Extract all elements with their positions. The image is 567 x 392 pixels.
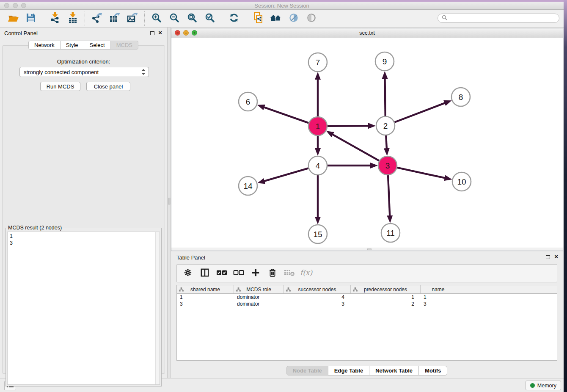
edge-1-6[interactable]: [264, 107, 309, 123]
result-scrollbar[interactable]: [155, 232, 160, 384]
mcds-result-textarea[interactable]: 13: [7, 232, 160, 385]
memory-button[interactable]: Memory: [526, 381, 561, 390]
add-button[interactable]: [248, 266, 263, 281]
tab-mcds[interactable]: MCDS: [110, 41, 138, 50]
graph-node-10[interactable]: 10: [452, 172, 471, 191]
graph-node-11[interactable]: 11: [381, 224, 400, 242]
tab-select[interactable]: Select: [84, 41, 111, 50]
home-icon: [270, 13, 282, 24]
graph-node-6[interactable]: 6: [239, 92, 257, 111]
open-session-button[interactable]: [4, 11, 22, 26]
zoom-out-icon: [169, 13, 179, 25]
tab-motifs[interactable]: Motifs: [418, 366, 447, 375]
graph-node-3[interactable]: 3: [378, 156, 397, 175]
tab-node-table[interactable]: Node Table: [286, 366, 328, 375]
control-panel-close-icon[interactable]: ×: [158, 29, 162, 36]
edge-3-11[interactable]: [388, 175, 390, 216]
run-mcds-button[interactable]: Run MCDS: [40, 82, 80, 91]
control-panel-float-icon[interactable]: [150, 31, 154, 35]
table-cell[interactable]: 3: [284, 301, 351, 307]
refresh-button[interactable]: [225, 11, 243, 26]
zoom-fit-button[interactable]: [183, 11, 201, 26]
table-panel-close-icon[interactable]: ×: [554, 253, 558, 260]
table-cell[interactable]: 1: [177, 294, 234, 301]
graph-node-15[interactable]: 15: [308, 225, 327, 243]
search-input[interactable]: [449, 15, 555, 22]
select-all-button[interactable]: [214, 266, 229, 281]
table-cell[interactable]: dominator: [234, 294, 284, 301]
deselect-all-button[interactable]: [231, 266, 246, 281]
export-image-button[interactable]: [124, 11, 141, 26]
svg-text:1: 1: [316, 122, 320, 131]
main-toolbar: [0, 10, 564, 28]
gear-button[interactable]: [180, 266, 195, 281]
edge-1-2[interactable]: [328, 126, 369, 126]
tab-network[interactable]: Network: [28, 41, 61, 50]
table-cell[interactable]: 1: [421, 294, 456, 301]
save-session-button[interactable]: [22, 11, 40, 26]
graph-node-4[interactable]: 4: [308, 156, 327, 175]
memory-label: Memory: [537, 383, 556, 389]
node-table: shared nameMCDS rolesuccessor nodesprede…: [176, 285, 557, 361]
table-panel-float-icon[interactable]: [546, 255, 550, 259]
mcds-panel: Optimization criterion: strongly connect…: [2, 45, 165, 374]
network-canvas[interactable]: 7968124314101511: [171, 38, 563, 248]
table-cell[interactable]: 2: [351, 301, 421, 307]
zoom-selected-button[interactable]: [201, 11, 219, 26]
preview-icon: [306, 13, 317, 25]
edge-2-3[interactable]: [386, 135, 387, 149]
criterion-select[interactable]: strongly connected component: [19, 67, 149, 77]
column-header-successor-nodes[interactable]: successor nodes: [284, 285, 351, 293]
network-hscrollbar-thumb[interactable]: [367, 248, 372, 250]
graph-node-14[interactable]: 14: [239, 177, 257, 195]
table-cell[interactable]: dominator: [234, 301, 284, 307]
tab-network-table[interactable]: Network Table: [369, 366, 419, 375]
close-panel-button[interactable]: Close panel: [86, 82, 130, 91]
panel-splitter[interactable]: [167, 28, 171, 378]
preview-button[interactable]: [303, 11, 320, 26]
table-row[interactable]: 1dominator411: [177, 294, 557, 301]
table-cell[interactable]: 1: [351, 294, 421, 301]
edge-2-8[interactable]: [394, 103, 445, 122]
import-table-button[interactable]: [64, 11, 82, 26]
desktop-wallpaper-right: [564, 0, 567, 392]
table-cell[interactable]: 3: [177, 301, 234, 307]
criterion-selected-value: strongly connected component: [24, 69, 99, 75]
graph-node-2[interactable]: 2: [376, 116, 395, 135]
export-table-button[interactable]: [106, 11, 124, 26]
edge-2-9[interactable]: [385, 78, 385, 116]
graph-node-8[interactable]: 8: [451, 88, 470, 106]
tab-edge-table[interactable]: Edge Table: [328, 366, 369, 375]
table-row[interactable]: 3dominator323: [177, 301, 557, 307]
network-window-title: scc.txt: [171, 30, 563, 36]
column-header-MCDS-role[interactable]: MCDS role: [234, 285, 284, 293]
table-cell[interactable]: 4: [284, 294, 351, 301]
function-builder-icon: f(x): [300, 268, 313, 279]
home-button[interactable]: [267, 11, 285, 26]
zoom-selected-icon: [205, 13, 215, 25]
hide-annotations-button[interactable]: [285, 11, 303, 26]
edge-4-14[interactable]: [264, 168, 308, 181]
deselect-all-icon: [233, 269, 244, 278]
column-header-name[interactable]: name: [421, 285, 456, 293]
tab-style[interactable]: Style: [60, 41, 84, 50]
column-header-shared-name[interactable]: shared name: [177, 285, 234, 293]
edge-3-1[interactable]: [332, 134, 379, 161]
network-hscrollbar[interactable]: [171, 248, 563, 251]
import-network-button[interactable]: [46, 11, 64, 26]
table-cell[interactable]: 3: [421, 301, 456, 307]
graph-node-7[interactable]: 7: [308, 53, 327, 72]
zoom-in-button[interactable]: [148, 11, 165, 26]
share-session-button[interactable]: [249, 11, 267, 26]
hierarchy-icon: [179, 287, 184, 293]
svg-text:f(x): f(x): [300, 268, 313, 277]
network-window-titlebar[interactable]: × − + scc.txt: [171, 28, 563, 38]
delete-button[interactable]: [265, 266, 280, 281]
edge-3-10[interactable]: [397, 168, 445, 178]
columns-button[interactable]: [197, 266, 212, 281]
graph-node-9[interactable]: 9: [375, 52, 394, 71]
graph-node-1[interactable]: 1: [308, 117, 327, 135]
export-network-button[interactable]: [88, 11, 106, 26]
column-header-predecessor-nodes[interactable]: predecessor nodes: [351, 285, 421, 293]
zoom-out-button[interactable]: [165, 11, 183, 26]
